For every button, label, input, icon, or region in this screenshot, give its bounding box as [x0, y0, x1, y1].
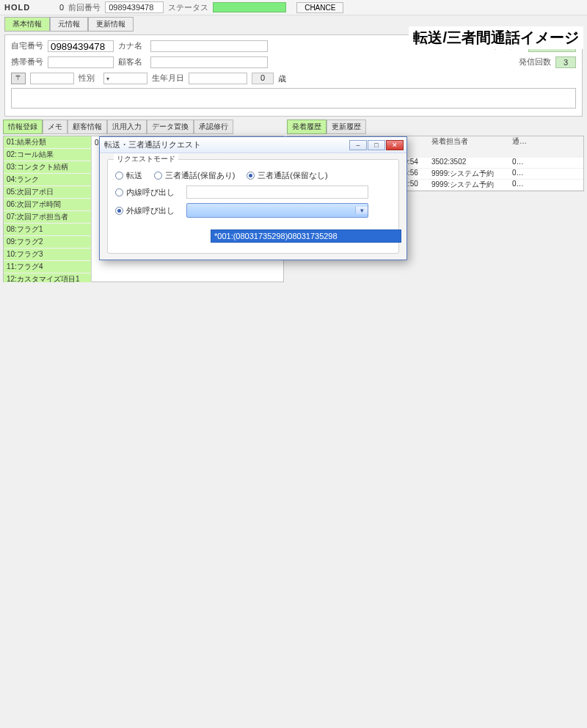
request-mode-group-label: リクエストモード: [114, 154, 178, 164]
kana-name-label: カナ名: [118, 41, 146, 51]
right-subtabs: 発着履歴 更新履歴: [287, 120, 584, 134]
chance-button[interactable]: CHANCE: [296, 2, 343, 13]
callcount-value: 3: [555, 56, 576, 68]
status-box: [213, 2, 286, 12]
radio-internal-call[interactable]: 内線呼び出し: [115, 187, 175, 198]
minimize-icon[interactable]: –: [349, 140, 367, 150]
home-number-label: 自宅番号: [11, 41, 43, 51]
result-list-item[interactable]: 03:コンタクト続柄: [4, 161, 91, 174]
tab-update-info[interactable]: 更新情報: [88, 17, 134, 32]
birth-input[interactable]: [189, 73, 247, 84]
transfer-dialog-titlebar[interactable]: 転送・三者通話リクエスト – □ ✕: [100, 137, 406, 153]
result-list-item[interactable]: 08:フラグ1: [4, 224, 91, 236]
customer-name-label: 顧客名: [118, 57, 146, 67]
sex-label: 性別: [79, 73, 99, 84]
result-list-item[interactable]: 06:次回アポ時間: [4, 199, 91, 211]
result-list-item[interactable]: 10:フラグ3: [4, 249, 91, 261]
subtab-data-replace[interactable]: データ置換: [147, 120, 194, 134]
internal-call-combo[interactable]: [186, 185, 368, 199]
radio-transfer[interactable]: 転送: [115, 170, 142, 181]
subtab-update-history[interactable]: 更新履歴: [327, 120, 366, 134]
prev-number-label: 前回番号: [68, 2, 101, 13]
radio-three-way-hold[interactable]: 三者通話(保留あり): [154, 170, 235, 181]
address-button[interactable]: 〒: [11, 73, 26, 84]
mobile-number-input[interactable]: [48, 56, 114, 68]
result-list-item[interactable]: 04:ランク: [4, 174, 91, 186]
mobile-number-label: 携帯番号: [11, 57, 43, 67]
left-subtabs: 情報登録 メモ 顧客情報 汎用入力 データ置換 承認修行: [3, 120, 284, 134]
hold-label: HOLD: [4, 3, 30, 12]
subtab-customer-info[interactable]: 顧客情報: [68, 120, 107, 134]
postal-input[interactable]: [30, 73, 74, 84]
subtab-info-register[interactable]: 情報登録: [3, 120, 43, 134]
tab-basic-info[interactable]: 基本情報: [4, 17, 50, 32]
result-list-item[interactable]: 05:次回アポ日: [4, 186, 91, 199]
customer-name-input[interactable]: [150, 56, 268, 68]
overlay-title: 転送/三者間通話イメージ: [409, 26, 583, 49]
note-input[interactable]: [11, 88, 576, 109]
subtab-memo[interactable]: メモ: [43, 120, 68, 134]
transfer-dialog-title: 転送・三者通話リクエスト: [103, 139, 349, 150]
transfer-dialog: 転送・三者通話リクエスト – □ ✕ リクエストモード 転送 三者通話(保留あり…: [99, 136, 407, 260]
close-icon[interactable]: ✕: [386, 140, 404, 150]
radio-three-way-nohold[interactable]: 三者通話(保留なし): [247, 170, 327, 181]
result-list-item[interactable]: 02:コール結果: [4, 149, 91, 161]
subtab-generic-input[interactable]: 汎用入力: [107, 120, 147, 134]
status-label: ステータス: [168, 2, 208, 13]
subtab-approval[interactable]: 承認修行: [194, 120, 233, 134]
subtab-call-history[interactable]: 発着履歴: [287, 120, 327, 134]
external-call-option[interactable]: *001:(08031735298)08031735298: [211, 229, 401, 243]
tab-original-info[interactable]: 元情報: [50, 17, 88, 32]
birth-label: 生年月日: [152, 73, 184, 84]
radio-external-call[interactable]: 外線呼び出し: [115, 205, 175, 216]
kana-name-input[interactable]: [150, 40, 268, 52]
prev-number-value: 0989439478: [105, 1, 164, 13]
maximize-icon[interactable]: □: [368, 140, 385, 150]
result-list-item[interactable]: 12:カスタマイズ項目1: [4, 273, 91, 282]
external-call-combo[interactable]: [186, 203, 368, 218]
result-list-item[interactable]: 09:フラグ2: [4, 236, 91, 249]
result-list[interactable]: 01:結果分類02:コール結果03:コンタクト続柄04:ランク05:次回アポ日0…: [4, 136, 92, 282]
age-value: 0: [252, 73, 274, 84]
result-list-item[interactable]: 11:フラグ4: [4, 261, 91, 273]
sex-combo[interactable]: [103, 73, 147, 84]
result-list-item[interactable]: 01:結果分類: [4, 136, 91, 149]
age-suffix: 歳: [278, 73, 286, 84]
hold-value: 0: [34, 3, 64, 12]
holdbar: HOLD 0 前回番号 0989439478 ステータス CHANCE: [0, 0, 587, 15]
result-list-item[interactable]: 07:次回アポ担当者: [4, 211, 91, 224]
callcount-label: 発信回数: [519, 57, 551, 67]
home-number-input[interactable]: [48, 40, 114, 52]
